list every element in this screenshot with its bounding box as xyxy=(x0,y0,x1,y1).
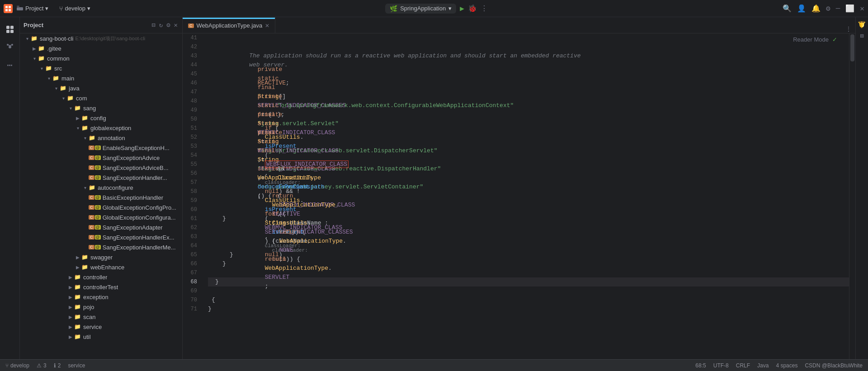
tree-item-SangExceptionHandlerMe[interactable]: C @ SangExceptionHandlerMe... xyxy=(20,242,182,252)
sidebar-refresh-icon[interactable]: ↻ xyxy=(158,20,164,30)
line-70: 70 xyxy=(183,296,201,305)
swagger-arrow: ▶ xyxy=(74,255,81,260)
tab-WebApplicationType[interactable]: C WebApplicationType.java ✕ xyxy=(183,18,275,33)
tab-label: WebApplicationType.java xyxy=(197,22,263,29)
run-button[interactable]: ▶ xyxy=(460,4,464,13)
java-file-icon-9: C @ xyxy=(89,235,101,240)
tree-item-SangExceptionAdviceB[interactable]: C @ SangExceptionAdviceB... xyxy=(20,163,182,173)
tree-item-com[interactable]: ▾ 📁 com xyxy=(20,93,182,103)
tree-item-common[interactable]: ▾ 📁 common xyxy=(20,53,182,63)
minimize-button[interactable]: — xyxy=(836,5,840,13)
tree-item-service[interactable]: ▶ 📁 service xyxy=(20,322,182,332)
tree-item-GlobalExceptionConfigPro[interactable]: C @ GlobalExceptionConfigPro... xyxy=(20,202,182,212)
tree-item-java[interactable]: ▾ 📁 java xyxy=(20,83,182,93)
line-56: 56 xyxy=(183,169,201,178)
line-42: 42 xyxy=(183,42,201,52)
tab-settings-icon[interactable]: ⋮ xyxy=(845,25,852,33)
tree-item-autoconfigure[interactable]: ▾ 📁 autoconfigure xyxy=(20,183,182,193)
spring-icon: 🌿 xyxy=(390,5,397,12)
run-config-dropdown[interactable]: 🌿 SpringApplication ▾ xyxy=(385,4,456,14)
SangExceptionAdvice-label: SangExceptionAdvice xyxy=(103,155,160,161)
tree-item-GlobalExceptionConfigura[interactable]: C @ GlobalExceptionConfigura... xyxy=(20,212,182,222)
tab-close-icon[interactable]: ✕ xyxy=(265,23,269,29)
tree-item-BasicExceptionHandler[interactable]: C @ BasicExceptionHandler xyxy=(20,193,182,202)
sidebar-content[interactable]: ▾ 📁 sang-boot-cli E:\desktop\git项目\sang-… xyxy=(20,33,182,359)
scan-folder-icon: 📁 xyxy=(74,314,81,320)
sidebar-collapse-all-icon[interactable]: ⊟ xyxy=(151,20,156,30)
tree-item-webEnhance[interactable]: ▶ 📁 webEnhance xyxy=(20,262,182,272)
search-icon[interactable]: 🔍 xyxy=(783,4,792,13)
project-dropdown[interactable]: Project ▾ xyxy=(16,4,48,13)
tree-item-pojo[interactable]: ▶ 📁 pojo xyxy=(20,302,182,312)
line-59: 59 xyxy=(183,196,201,205)
tree-item-SangExceptionHandlerEx[interactable]: C @ SangExceptionHandlerEx... xyxy=(20,232,182,242)
vertical-scrollbar[interactable] xyxy=(849,33,855,359)
sidebar-title: Project xyxy=(24,22,43,28)
sidebar-close-icon[interactable]: ✕ xyxy=(173,20,179,30)
notifications-side-icon[interactable]: 🔔 xyxy=(859,21,866,28)
status-indent[interactable]: 4 spaces xyxy=(776,362,797,369)
main-label: main xyxy=(61,75,74,82)
status-file-type[interactable]: Java xyxy=(757,362,769,369)
tree-item-config[interactable]: ▶ 📁 config xyxy=(20,113,182,123)
tree-item-root[interactable]: ▾ 📁 sang-boot-cli E:\desktop\git项目\sang-… xyxy=(20,33,182,43)
info-count: 2 xyxy=(58,362,61,369)
status-line-col[interactable]: 68:5 xyxy=(695,362,706,369)
debug-button[interactable]: 🐞 xyxy=(468,4,477,13)
tree-item-SangExceptionHandler[interactable]: C @ SangExceptionHandler... xyxy=(20,173,182,183)
tree-item-controller[interactable]: ▶ 📁 controller xyxy=(20,272,182,282)
tree-item-globalexception[interactable]: ▾ 📁 globalexception xyxy=(20,123,182,133)
activity-project-icon[interactable] xyxy=(2,21,18,37)
status-line-sep[interactable]: CRLF xyxy=(736,362,750,369)
activity-more-icon[interactable]: ⋯ xyxy=(2,57,18,73)
svg-rect-6 xyxy=(6,26,9,29)
src-arrow: ▾ xyxy=(38,66,45,71)
sidebar-gear-icon[interactable]: ⚙ xyxy=(165,20,171,30)
code-content[interactable]: The application should run as a reactive… xyxy=(204,33,849,359)
status-watermark: CSDN @BlackBtuWhite xyxy=(805,362,863,369)
status-bar: ⑂ develop ⚠ 3 ℹ 2 service 68:5 UTF-8 CRL… xyxy=(0,359,868,371)
tree-item-scan[interactable]: ▶ 📁 scan xyxy=(20,312,182,322)
tree-item-exception[interactable]: ▶ 📁 exception xyxy=(20,292,182,302)
project-arrow: ▾ xyxy=(45,5,48,12)
common-folder-icon: 📁 xyxy=(38,55,45,61)
line-53: 53 xyxy=(183,142,201,151)
tree-item-util[interactable]: ▶ 📁 util xyxy=(20,332,182,342)
tree-item-sang[interactable]: ▾ 📁 sang xyxy=(20,103,182,113)
line-49: 49 xyxy=(183,106,201,115)
status-info[interactable]: ℹ 2 xyxy=(54,362,61,369)
branch-label[interactable]: ⑂ develop ▾ xyxy=(59,5,90,12)
tree-item-main[interactable]: ▾ 📁 main xyxy=(20,73,182,83)
bookmark-side-icon[interactable]: ⊞ xyxy=(860,32,863,40)
status-warnings[interactable]: ⚠ 3 xyxy=(37,362,47,369)
tree-item-src[interactable]: ▾ 📁 src xyxy=(20,63,182,73)
reader-mode-label[interactable]: Reader Mode xyxy=(793,36,829,43)
user-icon[interactable]: 👤 xyxy=(797,4,806,13)
notifications-icon[interactable]: 🔔 xyxy=(811,4,821,13)
scrollbar-thumb[interactable] xyxy=(850,34,854,61)
settings-icon[interactable]: ⚙ xyxy=(826,4,830,13)
annotation-label: annotation xyxy=(98,135,125,141)
titlebar: Project ▾ ⑂ develop ▾ 🌿 SpringApplicatio… xyxy=(0,0,868,17)
globalexception-folder-icon: 📁 xyxy=(81,125,89,131)
tree-item-controllerTest[interactable]: ▶ 📁 controllerTest xyxy=(20,282,182,292)
common-arrow: ▾ xyxy=(31,56,38,61)
service-label: service xyxy=(68,362,85,369)
status-git[interactable]: ⑂ develop xyxy=(5,362,29,369)
tree-item-gitee[interactable]: ▶ 📁 .gitee xyxy=(20,43,182,53)
activity-vcs-icon[interactable] xyxy=(2,39,18,55)
tree-item-EnableSangExceptionH[interactable]: C @ EnableSangExceptionH... xyxy=(20,143,182,153)
status-service[interactable]: service xyxy=(68,362,85,369)
tree-item-SangExceptionAdvice[interactable]: C @ SangExceptionAdvice xyxy=(20,153,182,163)
more-run-options-icon[interactable]: ⋮ xyxy=(481,4,488,13)
controller-arrow: ▶ xyxy=(67,275,74,280)
status-encoding[interactable]: UTF-8 xyxy=(713,362,729,369)
tree-item-swagger[interactable]: ▶ 📁 swagger xyxy=(20,252,182,262)
line-68: 68 xyxy=(183,277,201,286)
tree-item-SangExceptionAdapter[interactable]: C @ SangExceptionAdapter xyxy=(20,222,182,232)
tree-item-annotation[interactable]: ▾ 📁 annotation xyxy=(20,133,182,143)
maximize-button[interactable]: ⬜ xyxy=(845,4,854,13)
close-button[interactable]: ✕ xyxy=(860,4,864,13)
line-numbers: 41 42 43 44 45 46 47 48 49 50 51 52 53 5… xyxy=(183,33,204,359)
main-arrow: ▾ xyxy=(45,76,52,81)
